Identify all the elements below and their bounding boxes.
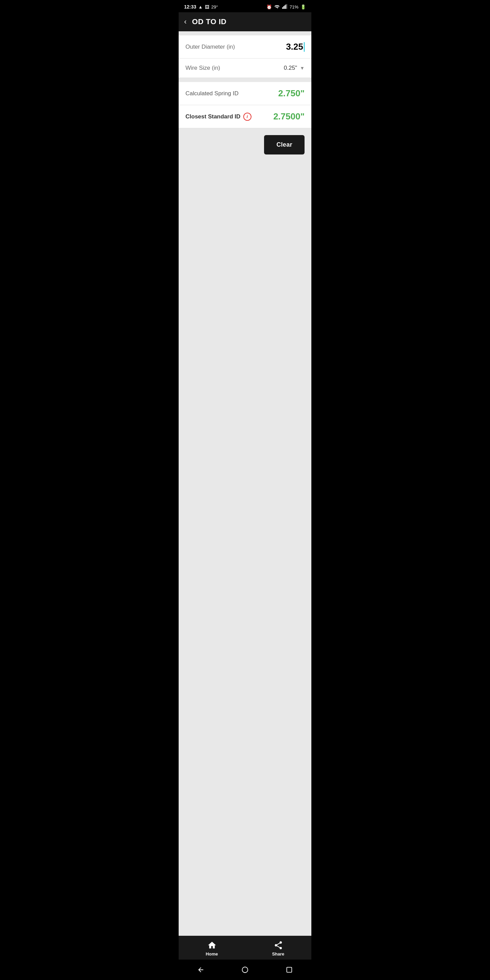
outer-diameter-input[interactable]: [259, 41, 303, 52]
outer-diameter-label: Outer Diameter (in): [185, 43, 235, 50]
status-time: 12:33: [184, 4, 196, 10]
home-icon: [207, 940, 217, 950]
wire-size-row: Wire Size (in) 0.25" ▼: [179, 59, 311, 78]
nav-share[interactable]: Share: [245, 940, 311, 956]
status-right: ⏰ 71% 🔋: [266, 4, 306, 10]
calculated-spring-id-value: 2.750": [278, 88, 305, 99]
toolbar: ‹ OD TO ID: [179, 12, 311, 31]
home-label: Home: [205, 951, 218, 956]
android-back-button[interactable]: [195, 964, 206, 975]
nav-home[interactable]: Home: [179, 940, 245, 956]
alarm-icon: ⏰: [266, 5, 272, 10]
closest-standard-id-label-group: Closest Standard ID i: [185, 113, 251, 121]
clear-button[interactable]: Clear: [264, 135, 305, 154]
svg-rect-6: [287, 967, 292, 972]
calculated-spring-id-row: Calculated Spring ID 2.750": [179, 82, 311, 105]
calculated-spring-id-label: Calculated Spring ID: [185, 90, 239, 97]
svg-rect-3: [285, 5, 286, 8]
main-content: Outer Diameter (in) Wire Size (in) 0.25"…: [179, 31, 311, 936]
wifi-icon: [274, 4, 280, 10]
temperature: 29°: [211, 5, 218, 10]
wire-size-value: 0.25": [284, 65, 297, 72]
results-section: Calculated Spring ID 2.750" Closest Stan…: [179, 82, 311, 128]
bottom-nav: Home Share: [179, 936, 311, 959]
svg-point-5: [242, 967, 248, 973]
wire-size-label: Wire Size (in): [185, 65, 220, 72]
action-area: Clear: [179, 128, 311, 936]
dropdown-arrow-icon: ▼: [300, 65, 305, 71]
android-recents-button[interactable]: [284, 964, 295, 975]
android-home-button[interactable]: [240, 964, 250, 975]
info-icon[interactable]: i: [243, 113, 251, 121]
status-left: 12:33 ▲ 🖼 29°: [184, 4, 218, 10]
closest-standard-id-label: Closest Standard ID: [185, 113, 240, 120]
battery-icon: 🔋: [301, 5, 306, 10]
closest-standard-id-value: 2.7500": [273, 111, 305, 122]
location-icon: ▲: [198, 5, 203, 10]
cursor-indicator: [304, 42, 305, 52]
signal-icon: [282, 4, 288, 10]
svg-rect-2: [284, 5, 285, 8]
android-nav: [179, 959, 311, 980]
svg-rect-1: [283, 6, 284, 9]
share-label: Share: [272, 951, 284, 956]
svg-rect-4: [286, 4, 287, 9]
battery-percent: 71%: [290, 5, 298, 10]
share-icon: [274, 940, 283, 950]
svg-rect-0: [282, 7, 283, 9]
status-bar: 12:33 ▲ 🖼 29° ⏰ 71% 🔋: [179, 0, 311, 12]
closest-standard-id-row: Closest Standard ID i 2.7500": [179, 105, 311, 128]
wire-size-dropdown[interactable]: 0.25" ▼: [284, 65, 305, 72]
back-button[interactable]: ‹: [184, 18, 186, 25]
input-section: Outer Diameter (in) Wire Size (in) 0.25"…: [179, 35, 311, 78]
outer-diameter-row: Outer Diameter (in): [179, 35, 311, 59]
page-title: OD TO ID: [192, 18, 226, 26]
image-icon: 🖼: [205, 5, 209, 10]
